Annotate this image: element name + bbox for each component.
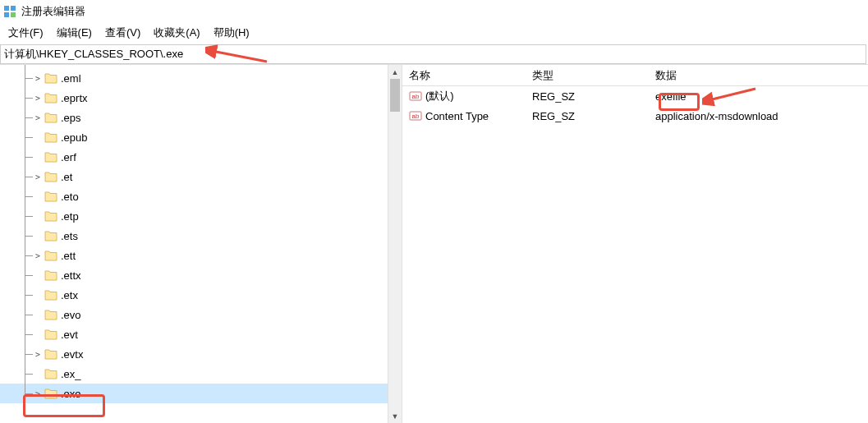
- tree-item-label: .evo: [61, 309, 81, 321]
- header-col-type[interactable]: 类型: [526, 65, 649, 86]
- chevron-right-icon[interactable]: >: [33, 93, 43, 103]
- tree-item-label: .ex_: [61, 368, 81, 380]
- folder-icon: [44, 329, 57, 340]
- svg-rect-0: [4, 6, 9, 11]
- tree-item-label: .ett: [61, 250, 76, 262]
- tree-item-exe[interactable]: >.exe: [0, 384, 402, 403]
- tree-item-eto[interactable]: .eto: [0, 186, 402, 206]
- folder-icon: [44, 171, 57, 182]
- tree-item-label: .erf: [61, 151, 76, 163]
- tree-item-label: .eml: [61, 72, 81, 85]
- tree-item-label: .ettx: [61, 269, 81, 282]
- tree-item-evt[interactable]: .evt: [0, 324, 402, 344]
- header-col-data[interactable]: 数据: [649, 65, 868, 86]
- cell-data: application/x-msdownload: [649, 108, 868, 124]
- folder-icon: [44, 151, 57, 163]
- tree-panel: >.eml>.eprtx>.eps.epub.erf>.et.eto.etp.e…: [0, 65, 402, 423]
- folder-icon: [44, 269, 57, 281]
- chevron-right-icon: [33, 211, 43, 221]
- tree-item-et[interactable]: >.et: [0, 167, 402, 186]
- tree-item-label: .evtx: [61, 348, 83, 361]
- tree-item-etp[interactable]: .etp: [0, 206, 402, 226]
- list-panel: 名称 类型 数据 ab(默认)REG_SZexefileabContent Ty…: [402, 65, 868, 423]
- chevron-right-icon: [33, 152, 43, 162]
- chevron-right-icon[interactable]: >: [33, 251, 43, 260]
- svg-rect-3: [11, 12, 16, 17]
- folder-icon: [44, 191, 57, 202]
- svg-text:ab: ab: [412, 113, 420, 120]
- folder-icon: [44, 112, 57, 123]
- tree-item-epub[interactable]: .epub: [0, 127, 402, 147]
- chevron-right-icon[interactable]: >: [33, 172, 43, 182]
- tree-item-etx[interactable]: .etx: [0, 285, 402, 305]
- tree-scrollbar[interactable]: ▲ ▼: [388, 65, 402, 423]
- tree-item-ett[interactable]: >.ett: [0, 246, 402, 265]
- tree-content: >.eml>.eprtx>.eps.epub.erf>.et.eto.etp.e…: [0, 65, 402, 403]
- folder-icon: [44, 230, 57, 241]
- tree-item-evtx[interactable]: >.evtx: [0, 344, 402, 364]
- tree-item-ets[interactable]: .ets: [0, 226, 402, 246]
- menu-file[interactable]: 文件(F): [2, 24, 50, 42]
- address-path: 计算机\HKEY_CLASSES_ROOT\.exe: [4, 47, 183, 62]
- tree-item-erf[interactable]: .erf: [0, 147, 402, 167]
- app-title: 注册表编辑器: [21, 4, 85, 19]
- menu-edit[interactable]: 编辑(E): [50, 24, 99, 42]
- tree-item-label: .exe: [61, 388, 81, 400]
- chevron-right-icon: [33, 329, 43, 339]
- tree-item-eprtx[interactable]: >.eprtx: [0, 88, 402, 108]
- chevron-right-icon: [33, 290, 43, 300]
- address-bar[interactable]: 计算机\HKEY_CLASSES_ROOT\.exe: [0, 44, 866, 64]
- app-icon: [3, 5, 16, 18]
- cell-type: REG_SZ: [526, 89, 649, 104]
- tree-item-eps[interactable]: >.eps: [0, 108, 402, 127]
- cell-name: ab(默认): [402, 87, 526, 105]
- tree-item-eml[interactable]: >.eml: [0, 68, 402, 88]
- folder-icon: [44, 210, 57, 222]
- scrollbar-thumb[interactable]: [390, 79, 400, 112]
- scrollbar-down-icon[interactable]: ▼: [388, 409, 402, 423]
- chevron-right-icon: [33, 369, 43, 379]
- menu-favorites[interactable]: 收藏夹(A): [147, 24, 206, 42]
- folder-icon: [44, 289, 57, 301]
- folder-icon: [44, 368, 57, 379]
- list-rows: ab(默认)REG_SZexefileabContent TypeREG_SZa…: [402, 86, 868, 126]
- chevron-right-icon: [33, 132, 43, 142]
- table-row[interactable]: abContent TypeREG_SZapplication/x-msdown…: [402, 106, 868, 126]
- header-col-name[interactable]: 名称: [402, 65, 526, 86]
- string-value-icon: ab: [409, 109, 422, 122]
- chevron-right-icon: [33, 231, 43, 241]
- chevron-right-icon[interactable]: >: [33, 113, 43, 122]
- table-row[interactable]: ab(默认)REG_SZexefile: [402, 86, 868, 106]
- tree-item-ettx[interactable]: .ettx: [0, 265, 402, 285]
- svg-rect-1: [11, 6, 16, 11]
- menu-view[interactable]: 查看(V): [99, 24, 147, 42]
- tree-item-label: .etp: [61, 210, 79, 223]
- cell-type: REG_SZ: [526, 108, 649, 124]
- chevron-right-icon[interactable]: >: [33, 73, 43, 83]
- titlebar: 注册表编辑器: [0, 0, 868, 23]
- menubar: 文件(F) 编辑(E) 查看(V) 收藏夹(A) 帮助(H): [0, 23, 868, 43]
- scrollbar-up-icon[interactable]: ▲: [388, 65, 402, 79]
- string-value-icon: ab: [409, 90, 422, 103]
- folder-icon: [44, 92, 57, 103]
- svg-rect-2: [4, 12, 9, 17]
- folder-icon: [44, 250, 57, 261]
- tree-item-label: .et: [61, 171, 72, 183]
- tree-item-evo[interactable]: .evo: [0, 305, 402, 324]
- tree-item-label: .eto: [61, 191, 79, 203]
- tree-item-ex_[interactable]: .ex_: [0, 364, 402, 384]
- folder-icon: [44, 348, 57, 360]
- tree-item-label: .ets: [61, 230, 78, 242]
- chevron-right-icon: [33, 191, 43, 201]
- chevron-right-icon: [33, 270, 43, 280]
- menu-help[interactable]: 帮助(H): [207, 24, 256, 42]
- cell-data: exefile: [649, 89, 868, 104]
- chevron-right-icon[interactable]: >: [33, 349, 43, 359]
- chevron-right-icon: [33, 310, 43, 320]
- tree-item-label: .etx: [61, 289, 78, 301]
- folder-icon: [44, 309, 57, 320]
- content-area: >.eml>.eprtx>.eps.epub.erf>.et.eto.etp.e…: [0, 64, 868, 423]
- tree-item-label: .eprtx: [61, 92, 88, 104]
- folder-icon: [44, 72, 57, 84]
- chevron-right-icon[interactable]: >: [33, 389, 43, 398]
